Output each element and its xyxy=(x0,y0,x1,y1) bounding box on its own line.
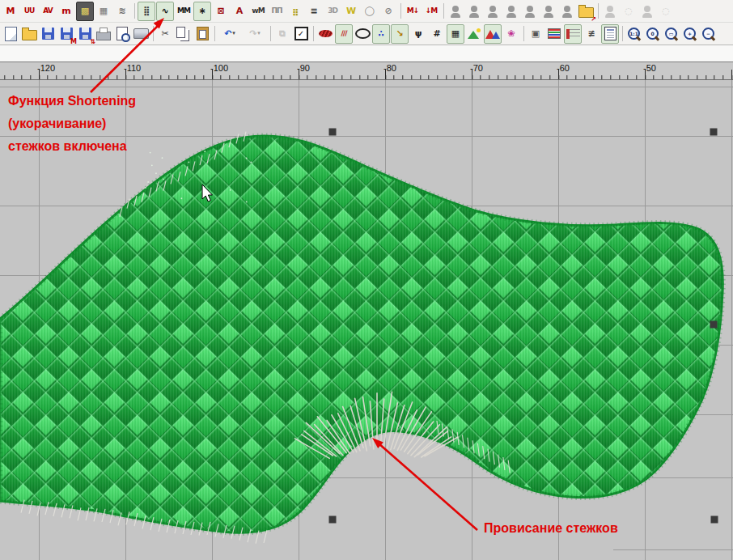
hoop-slot-icon[interactable] xyxy=(558,2,576,21)
main-toolbar: M⇅✂↶▾↷▾⧉✓∕∕∕∴↘ψ#▦❀▣≢1:10▭+− xyxy=(0,23,733,45)
selection-handle[interactable] xyxy=(329,129,337,136)
palette-icon[interactable] xyxy=(545,24,563,44)
save-as-icon[interactable]: M xyxy=(57,24,75,44)
zoom-fit-icon[interactable]: ▭ xyxy=(663,24,680,44)
lines-fill-icon[interactable]: ≡ xyxy=(305,2,323,21)
closed-shape-icon[interactable]: ⊘ xyxy=(379,2,397,21)
paste-icon[interactable] xyxy=(193,24,211,44)
annotation-line: стежков включена xyxy=(8,139,136,162)
grid-fill-icon[interactable]: ▦ xyxy=(95,2,112,21)
satin-stitch-icon[interactable]: M xyxy=(2,2,19,21)
toolbar-separator xyxy=(153,26,154,41)
horizontal-ruler: -120-110-100-90-80-70-60-50 xyxy=(0,62,733,80)
hoop-slot-icon[interactable] xyxy=(521,2,539,21)
hidden-list-icon[interactable]: ≢ xyxy=(583,24,600,44)
ghost-slot-icon[interactable] xyxy=(601,2,619,21)
picture-icon[interactable]: ▣ xyxy=(527,24,544,44)
selection-handle[interactable] xyxy=(329,516,337,524)
ruler-label: -110 xyxy=(124,63,141,73)
hoop-slot-icon[interactable] xyxy=(502,2,520,21)
outline-shape-icon[interactable]: ◯ xyxy=(361,2,379,21)
stitch-export-icon[interactable]: M↓ xyxy=(404,2,422,21)
ruler-label: -100 xyxy=(210,63,228,73)
toolbar-separator xyxy=(134,3,135,19)
motif2-fill-icon[interactable]: ⣶ xyxy=(286,2,304,21)
hoop-slot-icon[interactable] xyxy=(465,2,483,21)
stitch-toolbar: MUUAVm▩▦≋⣿∿MM∗⊠AwMΠΠ⣶≡3DW◯⊘M↓↓M↗◌◌ xyxy=(0,0,733,23)
zoom-in-icon[interactable]: + xyxy=(681,24,699,44)
ruler-label: -80 xyxy=(383,63,396,73)
measure-tool-icon[interactable]: ↘ xyxy=(391,24,409,44)
shortening-annotation: Функция Shortening (укорачивание) стежко… xyxy=(8,94,136,162)
sagging-annotation: Провисание стежков xyxy=(484,521,618,536)
loop-stitch-icon[interactable]: UU xyxy=(20,2,38,21)
undo-icon[interactable]: ↶▾ xyxy=(218,24,242,44)
open-design-icon[interactable]: ↗ xyxy=(577,2,595,21)
toolbar-separator xyxy=(443,3,444,19)
toolbar-separator xyxy=(622,26,623,41)
zoom-1to1-icon[interactable]: 1:1 xyxy=(625,24,643,44)
save-all-icon[interactable]: ⇅ xyxy=(76,24,94,44)
open-file-icon[interactable] xyxy=(20,24,38,44)
ruler-label: -60 xyxy=(557,63,570,73)
w-effect-icon[interactable]: W xyxy=(342,2,360,21)
toolbar-separator xyxy=(214,26,215,41)
apply-check-icon[interactable]: ✓ xyxy=(292,24,310,44)
ghost-outline-icon[interactable]: ◌ xyxy=(657,2,675,21)
properties-icon[interactable] xyxy=(601,24,619,44)
print-preview-icon[interactable] xyxy=(113,24,131,44)
hoop-slot-icon[interactable] xyxy=(540,2,557,21)
pattern-fill-icon[interactable]: ▩ xyxy=(76,2,94,21)
selection-handle[interactable] xyxy=(711,516,718,524)
column-stitch-icon[interactable]: ΠΠ xyxy=(268,2,286,21)
grid-icon[interactable]: # xyxy=(428,24,446,44)
ghost-outline-icon[interactable]: ◌ xyxy=(620,2,638,21)
three-d-icon[interactable]: 3D xyxy=(324,2,341,21)
elastic-stitch-icon[interactable]: wM xyxy=(249,2,267,21)
save-file-icon[interactable] xyxy=(39,24,57,44)
ruler-label: -90 xyxy=(297,63,310,73)
toolbar-separator xyxy=(400,3,401,19)
ellipse-tool-icon[interactable] xyxy=(354,24,371,44)
background-icon[interactable] xyxy=(465,24,483,44)
copy-icon[interactable] xyxy=(175,24,193,44)
toolbar-separator xyxy=(270,26,271,41)
triangle-fill-icon[interactable]: A xyxy=(231,2,248,21)
stitch-import-icon[interactable]: ↓M xyxy=(422,2,440,21)
toolbar-separator xyxy=(313,26,314,41)
zoom-previous-icon[interactable]: 0 xyxy=(644,24,662,44)
cross-box-icon[interactable]: ⊠ xyxy=(212,2,230,21)
annotation-line: (укорачивание) xyxy=(8,117,136,139)
grid-settings-icon[interactable]: ▦ xyxy=(447,24,464,44)
ghost-slot-icon[interactable] xyxy=(638,2,656,21)
ruler-label: -70 xyxy=(470,63,483,73)
hatch-fill-icon[interactable]: ∕∕∕ xyxy=(335,24,353,44)
annotation-line: Функция Shortening xyxy=(8,94,136,117)
motif-fill-icon[interactable]: ⣿ xyxy=(138,2,155,21)
zoom-out-icon[interactable]: − xyxy=(700,24,718,44)
object-colors-icon[interactable] xyxy=(484,24,502,44)
hoop-slot-icon[interactable] xyxy=(447,2,464,21)
zigzag-stitch-icon[interactable]: AV xyxy=(39,2,57,21)
color-list-icon[interactable] xyxy=(564,24,582,44)
satin-sample-icon[interactable] xyxy=(316,24,334,44)
selection-handle[interactable] xyxy=(710,321,718,329)
wave-fill-icon[interactable]: ≋ xyxy=(113,2,131,21)
select-object-icon[interactable]: ⧉ xyxy=(273,24,291,44)
hoop-slot-icon[interactable] xyxy=(484,2,502,21)
cut-icon[interactable]: ✂ xyxy=(156,24,174,44)
shortening-icon[interactable]: ∿ xyxy=(156,2,174,21)
embroidery-app-window: MUUAVm▩▦≋⣿∿MM∗⊠AwMΠΠ⣶≡3DW◯⊘M↓↓M↗◌◌ M⇅✂↶▾… xyxy=(0,0,733,560)
dense-zigzag-icon[interactable]: MM xyxy=(175,2,193,21)
ray-fill-icon[interactable]: ∗ xyxy=(193,2,211,21)
dots-tool-icon[interactable]: ∴ xyxy=(372,24,390,44)
new-file-icon[interactable] xyxy=(2,24,19,44)
scan-icon[interactable] xyxy=(132,24,150,44)
needle-point-icon[interactable]: ψ xyxy=(409,24,427,44)
toolbar-gap xyxy=(0,45,733,62)
comb-stitch-icon[interactable]: m xyxy=(57,2,75,21)
print-icon[interactable] xyxy=(95,24,112,44)
redo-icon[interactable]: ↷▾ xyxy=(243,24,267,44)
flower-design-icon[interactable]: ❀ xyxy=(502,24,520,44)
selection-handle[interactable] xyxy=(710,129,718,136)
